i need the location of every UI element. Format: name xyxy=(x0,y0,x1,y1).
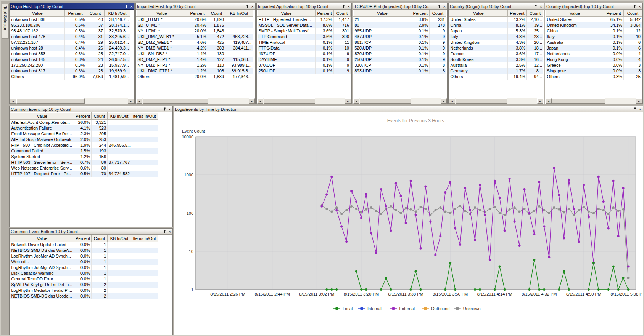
table-row[interactable]: System Started1.2%156 xyxy=(10,154,158,160)
column-header-value[interactable]: Value xyxy=(137,10,187,17)
table-row[interactable]: AIE: Int:Susp:Malware Outbreak2.0%253 xyxy=(10,137,158,142)
legend-item-local[interactable]: Local xyxy=(333,306,353,311)
column-header-percent[interactable]: Percent xyxy=(411,10,430,17)
table-row[interactable]: unknown host 3170.3%2319,939.9... xyxy=(10,68,130,74)
table-row[interactable]: NY_DMZ_WEB1 *4.2%383384,411... xyxy=(137,45,253,51)
table-row[interactable]: LogRhythm JobMgr AD Synch...0.0%1 xyxy=(10,265,158,270)
table-row[interactable]: unknown host 1450.3%2426,957.5... xyxy=(10,57,130,62)
pin-icon[interactable] xyxy=(125,5,128,8)
column-header-value[interactable]: Value xyxy=(258,10,316,17)
table-row[interactable]: Australia0.1%6 xyxy=(546,40,642,45)
horizontal-scrollbar[interactable]: ◄ ► xyxy=(449,98,543,104)
scrollbar-thumb[interactable] xyxy=(16,98,85,104)
legend-item-internal[interactable]: Internal xyxy=(358,306,382,311)
pin-icon[interactable] xyxy=(633,107,637,111)
scroll-right-icon[interactable]: ► xyxy=(345,98,351,104)
column-header-value[interactable]: Value xyxy=(546,10,604,17)
table-row[interactable]: Italy0.1%10 xyxy=(546,34,642,40)
table-row[interactable]: 330\TCP0.1%8 xyxy=(354,62,446,68)
table-row[interactable]: 250\UDP0.1%9 xyxy=(354,57,446,62)
close-icon[interactable]: × xyxy=(443,5,446,8)
scroll-right-icon[interactable]: ► xyxy=(537,98,543,104)
scroll-right-icon[interactable]: ► xyxy=(128,98,134,104)
table-row[interactable]: TIME Protocol0.1%11 xyxy=(258,40,351,45)
panel-titlebar[interactable]: Common Event Top 10 by Count × xyxy=(10,106,172,112)
table-row[interactable]: Hong Kong0.0%4 xyxy=(546,57,642,62)
panel-titlebar[interactable]: Origin Host Top 10 by Count × xyxy=(10,3,134,10)
column-header-count[interactable]: Count xyxy=(334,10,351,17)
table-row[interactable]: 870\UDP0.1%9 xyxy=(258,62,351,68)
column-header-kb-in-out[interactable]: KB In/Out xyxy=(105,10,130,17)
scrollbar-thumb[interactable] xyxy=(552,98,605,104)
column-header-kb-in-out[interactable]: KB In/Out xyxy=(225,10,253,17)
table-row[interactable]: 802.9%178 xyxy=(354,22,446,28)
panel-titlebar[interactable]: Country (Impacted) Top 10 by Count × xyxy=(545,3,642,10)
close-icon[interactable]: × xyxy=(638,5,641,8)
horizontal-scrollbar[interactable]: ◄ ► xyxy=(10,98,134,104)
column-header-value[interactable]: Value xyxy=(10,235,74,242)
table-row[interactable]: SD_DMZ_FTP1 *1.4%127115,063... xyxy=(137,57,253,62)
table-row[interactable]: 965\UDP0.1%9 xyxy=(354,28,446,34)
pin-icon[interactable] xyxy=(438,5,441,8)
table-row[interactable]: NETBIOS SMB-DS dns Ucode...0.0%2 xyxy=(10,293,158,299)
close-icon[interactable]: × xyxy=(347,5,350,8)
column-header-count[interactable]: Count xyxy=(86,10,105,17)
table-row[interactable]: Singapore0.0%3 xyxy=(546,68,642,74)
column-header-count[interactable]: Count xyxy=(92,113,108,120)
table-row[interactable]: United States43.2%2,10... xyxy=(449,17,544,22)
table-row[interactable]: Others0.3%25 xyxy=(546,74,642,80)
table-row[interactable]: United Kingdom34.1%3,064 xyxy=(546,22,642,28)
table-row[interactable]: 870\UDP0.1%9 xyxy=(354,51,446,57)
table-row[interactable]: LogRhythm Mediator Invalid Pr...0.0%2 xyxy=(10,288,158,293)
table-row[interactable]: United Kingdom4.3%20... xyxy=(449,40,544,45)
scrollbar-thumb[interactable] xyxy=(143,98,208,104)
table-row[interactable]: 520\UDP0.1%9 xyxy=(354,45,446,51)
close-icon[interactable]: × xyxy=(168,107,171,111)
table-row[interactable]: 57.32.221.1070.4%2925,012.4... xyxy=(10,40,130,45)
table-row[interactable]: 250\UDP0.1%9 xyxy=(258,68,351,74)
scrollbar-thumb[interactable] xyxy=(264,98,315,104)
panel-titlebar[interactable]: Impacted Application Top 10 by Count × xyxy=(257,3,351,10)
table-row[interactable]: China0.1%12 xyxy=(546,28,642,34)
scroll-left-icon[interactable]: ◄ xyxy=(136,98,142,104)
table-row[interactable]: NETBIOS SMB-DS dns WriteA...0.0%1 xyxy=(10,248,158,253)
table-row[interactable]: Web cd...0.0%1 xyxy=(10,259,158,265)
scroll-right-icon[interactable]: ► xyxy=(636,98,642,104)
table-row[interactable]: NY_UTM1 *20.0%1,843 xyxy=(137,28,253,34)
pin-icon[interactable] xyxy=(246,5,249,8)
table-row[interactable]: Email Message Cannot Be Del...2.3%295 xyxy=(10,131,158,137)
table-row[interactable]: 173.250.242.2500.3%2315,927.9... xyxy=(10,62,130,68)
table-row[interactable]: NY_DMZ_FTP1 *1.2%11093,989.1... xyxy=(137,62,253,68)
table-row[interactable]: SD_DMZ_WEB1 *4.6%425419,487... xyxy=(137,40,253,45)
table-row[interactable]: Germany1.7%8... xyxy=(449,68,544,74)
table-row[interactable]: Australia2.5%12... xyxy=(449,62,544,68)
pin-icon[interactable] xyxy=(633,5,636,8)
table-row[interactable]: Japan0.1%6 xyxy=(546,45,642,51)
table-row[interactable]: unknown host 280.4%2624,469.3... xyxy=(10,45,130,51)
table-row[interactable]: 893\UDP0.1%8 xyxy=(354,68,446,74)
column-header-percent[interactable]: Percent xyxy=(65,10,86,17)
table-row[interactable]: UKL_DMZ_FTP1 *1.2%10889,915.8... xyxy=(137,68,253,74)
table-row[interactable]: MSSQL - SQL Server Data...8.6%716 xyxy=(258,22,351,28)
horizontal-scrollbar[interactable]: ◄ ► xyxy=(353,98,447,104)
panel-titlebar[interactable]: Impacted Host Top 10 by Count × xyxy=(136,3,255,10)
table-row[interactable]: SD_UTM1 *20.4%1,875 xyxy=(137,22,253,28)
table-row[interactable]: Others19.4%94... xyxy=(449,74,544,80)
table-row[interactable]: LogRhythm JobMgr AD Synch...0.0%1 xyxy=(10,253,158,259)
panel-titlebar[interactable]: Common Event Bottom 10 by Count × xyxy=(10,229,172,235)
table-row[interactable]: Authentication Failure4.1%523 xyxy=(10,125,158,131)
table-row[interactable]: 437\UDP0.1%9 xyxy=(354,34,446,40)
panel-titlebar[interactable]: Logs/Events by Time by Direction × xyxy=(174,106,643,112)
column-header-kb-in-out[interactable]: KB In/Out xyxy=(108,113,131,120)
column-header-count[interactable]: Count xyxy=(208,10,225,17)
table-row[interactable]: HTTP - Hypertext Transfer...17.3%1,447 xyxy=(258,17,351,22)
table-row[interactable]: unknown host 4780.4%3133,205.6... xyxy=(10,34,130,40)
table-row[interactable]: France3.6%17... xyxy=(449,51,544,57)
table-row[interactable]: SMTP - Simple Mail Transf...3.6%301 xyxy=(258,28,351,34)
column-header-count[interactable]: Count xyxy=(527,10,544,17)
legend-item-unknown[interactable]: Unknown xyxy=(454,306,481,311)
close-icon[interactable]: × xyxy=(251,5,254,8)
scroll-right-icon[interactable]: ► xyxy=(441,98,447,104)
column-header-percent[interactable]: Percent xyxy=(74,113,92,120)
table-row[interactable]: United States65.1%5,842 xyxy=(546,17,642,22)
